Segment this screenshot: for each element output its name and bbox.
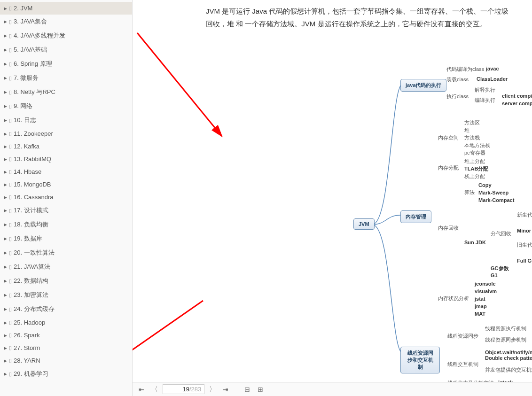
- svg-line-1: [133, 301, 203, 376]
- next-page-button[interactable]: 〉: [207, 384, 218, 395]
- bookmark-icon: ▯: [9, 236, 12, 242]
- sidebar-item[interactable]: ▶▯19. 数据库: [0, 232, 132, 246]
- mm-lbl: visualvm: [475, 288, 497, 294]
- sidebar-item[interactable]: ▶▯21. JAVA算法: [0, 260, 132, 274]
- sidebar-item[interactable]: ▶▯15. MongoDB: [0, 178, 132, 191]
- bookmark-icon: ▯: [9, 156, 12, 162]
- bookmark-icon: ▯: [9, 131, 12, 137]
- sidebar-item[interactable]: ▶▯4. JAVA多线程并发: [0, 29, 132, 43]
- sidebar-item[interactable]: ▶▯24. 分布式缓存: [0, 302, 132, 316]
- sidebar-item-label: 20. 一致性算法: [14, 248, 55, 257]
- sidebar-item[interactable]: ▶▯26. Spark: [0, 329, 132, 342]
- annotation-arrow: [133, 28, 274, 150]
- sidebar-item-label: 23. 加密算法: [14, 291, 48, 299]
- bookmark-icon: ▯: [9, 345, 12, 351]
- mm-lbl: MAT: [475, 311, 485, 317]
- sidebar-item[interactable]: ▶▯25. Hadoop: [0, 316, 132, 329]
- svg-line-0: [137, 33, 222, 136]
- sidebar-item[interactable]: ▶▯10. 日志: [0, 113, 132, 127]
- triangle-icon: ▶: [4, 208, 7, 213]
- sidebar-item[interactable]: ▶▯17. 设计模式: [0, 203, 132, 217]
- triangle-icon: ▶: [4, 157, 7, 162]
- prev-page-button[interactable]: 〈: [149, 384, 160, 395]
- sidebar-item[interactable]: ▶▯6. Spring 原理: [0, 57, 132, 71]
- sidebar-item-label: 18. 负载均衡: [14, 220, 48, 229]
- mm-lbl: 算法: [464, 189, 475, 196]
- mm-branch-thread: 线程资源同步和交互机制: [400, 347, 440, 373]
- mm-lbl: 方法区: [464, 119, 480, 126]
- mm-root: JVM: [353, 218, 375, 230]
- mm-lbl: Full GC触发机制以及日志格式: [517, 257, 532, 264]
- sidebar-item-label: 7. 微服务: [14, 74, 39, 82]
- first-page-button[interactable]: ⇤: [136, 384, 147, 395]
- sidebar-item[interactable]: ▶▯5. JAVA基础: [0, 43, 132, 57]
- mm-lbl: jstat: [475, 296, 485, 302]
- sidebar-item-label: 27. Storm: [14, 344, 40, 351]
- page-total: /283: [189, 386, 201, 393]
- sidebar-item[interactable]: ▶▯8. Netty 与RPC: [0, 85, 132, 99]
- mm-lbl: 内存空间: [438, 134, 459, 141]
- bookmark-icon: ▯: [9, 306, 12, 312]
- sidebar-item[interactable]: ▶▯20. 一致性算法: [0, 246, 132, 260]
- mm-lbl: Copy: [478, 182, 492, 188]
- mm-lbl: jconsole: [475, 281, 496, 287]
- zoom-in-button[interactable]: ⊞: [255, 384, 266, 395]
- triangle-icon: ▶: [4, 182, 7, 187]
- mm-lbl: javac: [486, 66, 499, 71]
- paragraph-text: JVM 是可运行 Java 代码的假想计算机，包括一套字节码指令集、一组寄存器、…: [206, 5, 513, 30]
- sidebar-item[interactable]: ▶▯16. Cassandra: [0, 191, 132, 203]
- sidebar-item[interactable]: ▶▯28. YARN: [0, 354, 132, 367]
- zoom-out-button[interactable]: ⊟: [242, 384, 252, 395]
- triangle-icon: ▶: [4, 47, 7, 52]
- triangle-icon: ▶: [4, 170, 7, 174]
- sidebar-item[interactable]: ▶▯29. 机器学习: [0, 367, 132, 381]
- mm-lbl: 线程资源同步: [447, 333, 478, 340]
- sidebar-item[interactable]: ▶▯18. 负载均衡: [0, 217, 132, 232]
- sidebar-item[interactable]: ▶▯7. 微服务: [0, 71, 132, 85]
- sidebar-item[interactable]: ▶▯14. Hbase: [0, 165, 132, 178]
- mm-lbl: jmap: [475, 303, 487, 309]
- sidebar-item[interactable]: ▶▯9. 网络: [0, 99, 132, 113]
- sidebar-item[interactable]: ▶▯27. Storm: [0, 342, 132, 354]
- last-page-button[interactable]: ⇥: [220, 384, 231, 395]
- sidebar-item-label: 10. 日志: [14, 116, 36, 124]
- page-input-box[interactable]: 19 /283: [163, 384, 204, 394]
- mm-lbl: 分代回收: [491, 230, 511, 237]
- bookmark-icon: ▯: [9, 264, 12, 270]
- bookmark-icon: ▯: [9, 143, 12, 149]
- sidebar-item[interactable]: ▶▯11. Zookeeper: [0, 127, 132, 140]
- bookmark-icon: ▯: [9, 103, 12, 109]
- sidebar-item[interactable]: ▶▯23. 加密算法: [0, 288, 132, 302]
- mm-lbl: Minor GC触发机制以及日志格式: [517, 227, 532, 234]
- sidebar-item-label: 14. Hbase: [14, 168, 41, 175]
- sidebar-item[interactable]: ▶▯3. JAVA集合: [0, 15, 132, 29]
- sidebar-item[interactable]: ▶▯12. Kafka: [0, 140, 132, 153]
- sidebar-item[interactable]: ▶▯2. JVM: [0, 2, 132, 15]
- bookmark-icon: ▯: [9, 292, 12, 298]
- mm-lbl: 栈上分配: [464, 173, 485, 180]
- sidebar-item[interactable]: ▶▯13. RabbitMQ: [0, 153, 132, 165]
- bookmark-icon: ▯: [9, 319, 12, 326]
- mm-lbl: 内存状况分析: [438, 295, 469, 302]
- bookmark-icon: ▯: [9, 47, 12, 53]
- sidebar-item-label: 29. 机器学习: [14, 370, 48, 378]
- sidebar-item-label: 6. Spring 原理: [14, 60, 52, 68]
- bookmark-icon: ▯: [9, 5, 12, 11]
- triangle-icon: ▶: [4, 346, 7, 350]
- mm-lbl: 堆: [464, 127, 469, 134]
- triangle-icon: ▶: [4, 293, 7, 297]
- mm-lbl: Mark-Sweep: [478, 190, 509, 195]
- sidebar-item-label: 9. 网络: [14, 102, 32, 110]
- triangle-icon: ▶: [4, 132, 7, 136]
- triangle-icon: ▶: [4, 372, 7, 376]
- sidebar-item[interactable]: ▶▯22. 数据结构: [0, 274, 132, 288]
- mm-lbl: 线程交互机制: [447, 361, 478, 368]
- mm-lbl: 线程资源同步机制: [485, 336, 526, 343]
- triangle-icon: ▶: [4, 320, 7, 325]
- sidebar-item-label: 25. Hadoop: [14, 319, 45, 326]
- bookmark-icon: ▯: [9, 194, 12, 200]
- sidebar-item-label: 3. JAVA集合: [14, 17, 47, 26]
- sidebar-item-label: 26. Spark: [14, 332, 40, 339]
- triangle-icon: ▶: [4, 118, 7, 123]
- bookmark-icon: ▯: [9, 332, 12, 338]
